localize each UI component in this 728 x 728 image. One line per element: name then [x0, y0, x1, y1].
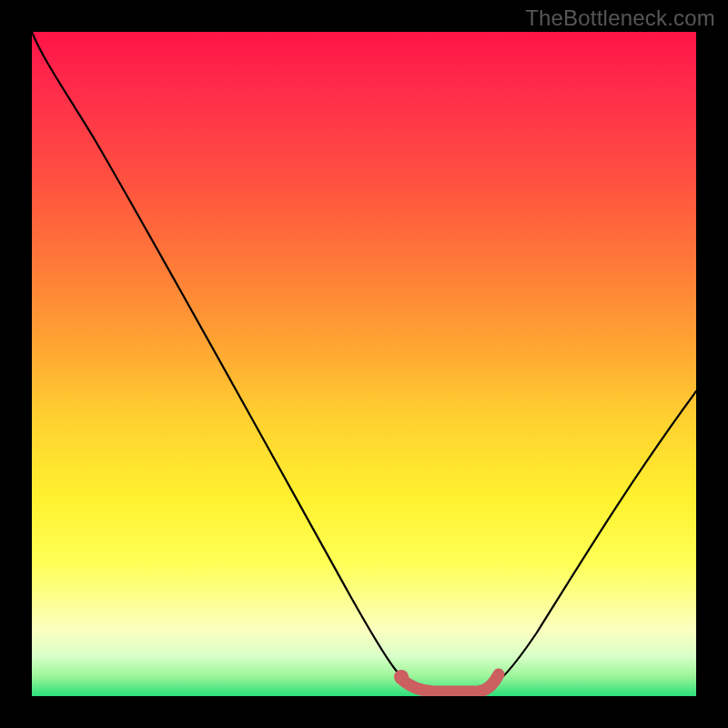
- bottleneck-curve: [32, 32, 696, 693]
- curve-layer: [32, 32, 696, 696]
- plot-area: [32, 32, 696, 696]
- chart-frame: TheBottleneck.com: [0, 0, 728, 728]
- highlight-start-dot: [394, 670, 409, 684]
- watermark-text: TheBottleneck.com: [525, 5, 715, 31]
- highlight-segment: [401, 674, 499, 692]
